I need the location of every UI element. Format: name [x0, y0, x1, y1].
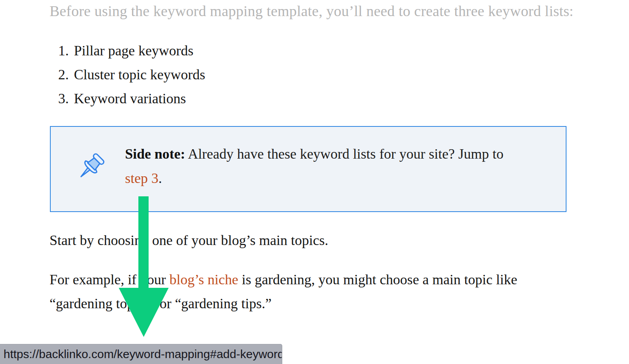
step-3-link[interactable]: step 3	[125, 170, 158, 186]
green-down-arrow	[119, 196, 169, 337]
keyword-lists: 1. Pillar page keywords 2. Cluster topic…	[50, 39, 205, 111]
sidenote-period: .	[158, 170, 162, 186]
status-bar-url: https://backlinko.com/keyword-mapping#ad…	[4, 348, 282, 360]
list-item-label: Pillar page keywords	[74, 39, 193, 63]
p2-text-after-link: is gardening, you might choose a main to…	[238, 272, 517, 287]
green-down-arrow-shape	[119, 196, 169, 337]
list-item-number: 3.	[50, 87, 69, 111]
blogs-niche-link[interactable]: blog’s niche	[169, 272, 238, 287]
sidenote-line1: Already have these keyword lists for you…	[185, 146, 504, 162]
list-item: 3. Keyword variations	[50, 87, 205, 111]
pushpin-icon	[72, 148, 109, 186]
list-item: 2. Cluster topic keywords	[50, 63, 205, 87]
sidenote-bold-label: Side note:	[125, 146, 185, 162]
browser-status-bar: https://backlinko.com/keyword-mapping#ad…	[0, 344, 282, 364]
list-item-number: 2.	[50, 63, 69, 87]
list-item-label: Cluster topic keywords	[74, 63, 205, 87]
list-item-number: 1.	[50, 39, 69, 63]
sidenote-text: Side note: Already have these keyword li…	[125, 142, 542, 190]
list-item-label: Keyword variations	[74, 87, 186, 111]
list-item: 1. Pillar page keywords	[50, 39, 205, 63]
intro-sentence: Before using the keyword mapping templat…	[50, 2, 576, 20]
